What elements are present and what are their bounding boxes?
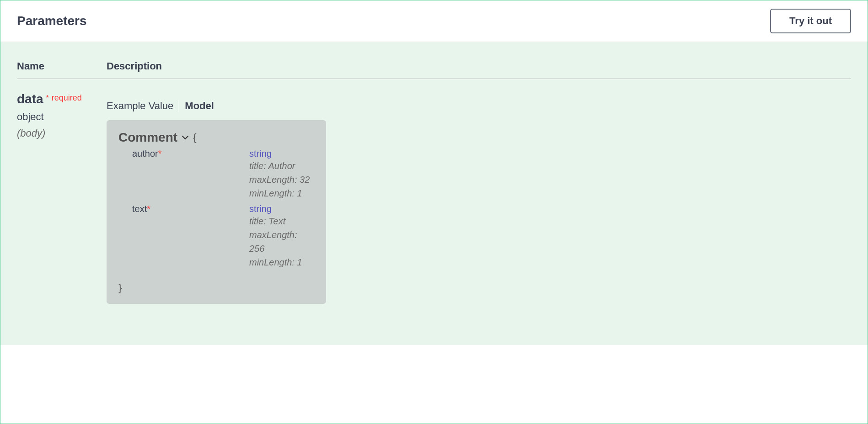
property-name-col: author* bbox=[132, 148, 249, 200]
property-meta: title: Author bbox=[249, 159, 314, 173]
property-meta: maxLength: 32 bbox=[249, 173, 314, 186]
schema-tabs: Example Value Model bbox=[107, 100, 851, 112]
required-label: required bbox=[52, 93, 82, 103]
parameters-panel: Parameters Try it out Name Description d… bbox=[0, 0, 868, 424]
column-header-name: Name bbox=[17, 60, 107, 72]
column-headers: Name Description bbox=[17, 60, 851, 79]
parameter-type: object bbox=[17, 111, 107, 123]
model-name: Comment bbox=[118, 130, 177, 145]
section-title: Parameters bbox=[17, 14, 87, 28]
parameter-row: data * required object (body) Example Va… bbox=[17, 92, 851, 304]
try-it-out-button[interactable]: Try it out bbox=[770, 9, 851, 33]
open-brace: { bbox=[193, 132, 196, 143]
property-meta: maxLength: 256 bbox=[249, 228, 314, 255]
chevron-down-icon[interactable] bbox=[182, 133, 188, 142]
tab-model[interactable]: Model bbox=[185, 100, 214, 112]
property-type: string bbox=[249, 204, 314, 214]
model-title-line: Comment { bbox=[118, 130, 314, 145]
property-type: string bbox=[249, 148, 314, 159]
property-name-col: text* bbox=[132, 204, 249, 269]
parameter-name: data bbox=[17, 92, 43, 106]
close-brace: } bbox=[118, 282, 314, 294]
parameter-description: Example Value Model Comment { auth bbox=[107, 92, 851, 304]
property-meta: minLength: 1 bbox=[249, 186, 314, 200]
tab-example-value[interactable]: Example Value bbox=[107, 100, 173, 112]
property-row: author* string title: Author maxLength: … bbox=[118, 148, 314, 200]
property-meta: minLength: 1 bbox=[249, 255, 314, 269]
tab-divider bbox=[179, 101, 179, 111]
property-detail-col: string title: Author maxLength: 32 minLe… bbox=[249, 148, 314, 200]
parameters-content: Name Description data * required object … bbox=[0, 42, 868, 345]
property-detail-col: string title: Text maxLength: 256 minLen… bbox=[249, 204, 314, 269]
model-box: Comment { author* string title: Author bbox=[107, 120, 326, 304]
parameters-header: Parameters Try it out bbox=[0, 0, 868, 42]
property-required-star: * bbox=[147, 204, 150, 214]
property-meta: title: Text bbox=[249, 214, 314, 228]
parameter-meta: data * required object (body) bbox=[17, 92, 107, 304]
property-required-star: * bbox=[158, 148, 162, 159]
required-star: * bbox=[46, 94, 49, 102]
parameter-location: (body) bbox=[17, 127, 107, 139]
column-header-description: Description bbox=[107, 60, 162, 72]
property-name: text bbox=[132, 204, 147, 214]
property-row: text* string title: Text maxLength: 256 … bbox=[118, 204, 314, 269]
property-name: author bbox=[132, 148, 158, 159]
parameter-name-line: data * required bbox=[17, 92, 107, 106]
